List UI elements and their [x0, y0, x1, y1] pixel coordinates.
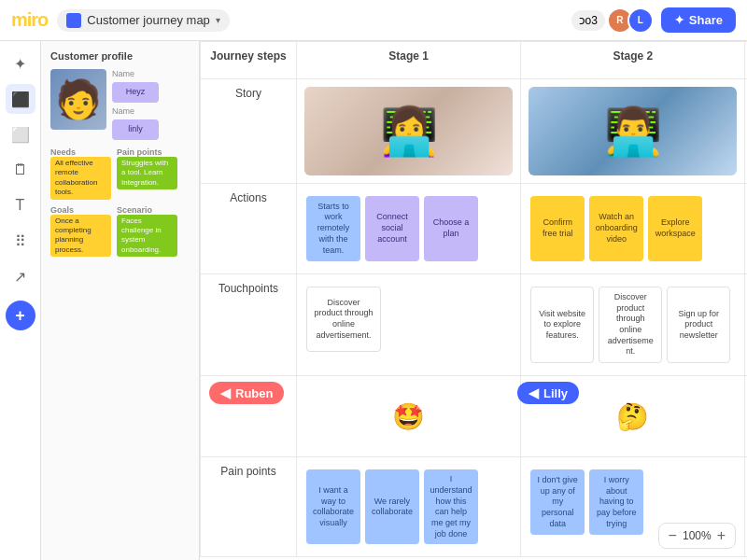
touchpoints-stage2-stickies: Visit website to explore features. Disco…: [529, 282, 737, 368]
touchpoint-note-1: Discover product through online advertis…: [306, 287, 381, 352]
pain-note-2: We rarely collaborate: [365, 469, 419, 544]
name-label-1: Name: [112, 69, 159, 78]
add-tool[interactable]: +: [6, 301, 35, 330]
pain-note-5: I worry about having to pay before tryin…: [589, 469, 643, 535]
zoom-controls: − 100% +: [658, 523, 736, 549]
header-stage2: Stage 2: [521, 42, 745, 79]
move-tool[interactable]: ✦: [6, 49, 35, 78]
customer-profile-row: 🧑 Name Heyz Name linly: [50, 69, 190, 140]
actions-stage1-stickies: Starts to work remotely with the team. C…: [304, 191, 513, 266]
needs-note: All effective remote collaboration tools…: [50, 157, 111, 200]
pain-points-section: Pain points Struggles with a tool. Learn…: [117, 147, 177, 200]
pain-note-4: I don't give up any of my personal data: [530, 469, 585, 535]
header-journey-steps: Journey steps: [201, 42, 297, 79]
cursor-lilly-name: Lilly: [543, 386, 568, 400]
arrow-tool[interactable]: ↗: [6, 261, 35, 291]
name-sticky-1: Heyz: [112, 82, 159, 103]
needs-pain-row: Needs All effective remote collaboration…: [50, 147, 190, 200]
needs-label: Needs: [50, 147, 111, 157]
panel-title: Customer profile: [50, 50, 190, 62]
journey-table: Journey steps Stage 1 Stage 2 St... Stor…: [200, 41, 747, 557]
miro-logo: miro: [11, 9, 48, 31]
touchpoints-label: Touchpoints: [201, 274, 297, 376]
select-tool[interactable]: ⬛: [6, 84, 35, 114]
pain-note-3: I understand how this can help me get my…: [424, 469, 478, 544]
touchpoint-note-3: Discover product through online advertis…: [599, 287, 662, 363]
name-label-2: Name: [112, 106, 159, 116]
share-label: Share: [689, 13, 723, 27]
touchpoints-stage1-stickies: Discover product through online advertis…: [304, 282, 513, 357]
actions-stage2-stickies: Confirm free trial Watch an onboarding v…: [529, 191, 737, 266]
cursor-lilly: ◀ Lilly: [517, 382, 579, 404]
cursor-arrow-left: ◀: [220, 385, 231, 400]
left-toolbar: ✦ ⬛ ⬜ 🗒 T ⠿ ↗ +: [0, 41, 41, 560]
text-tool[interactable]: T: [6, 190, 35, 220]
story-person-2: 👨‍💻: [529, 87, 737, 175]
scenario-label: Scenario: [117, 205, 177, 215]
story-stage1: 👩‍💻: [296, 79, 520, 184]
emotions-stage1: 🤩: [296, 376, 520, 457]
left-panel: Customer profile 🧑 Name Heyz Name linly …: [41, 41, 200, 560]
touchpoint-note-4: Sign up for product newsletter: [667, 287, 730, 363]
share-button[interactable]: ✦ Share: [661, 7, 736, 33]
scenario-section: Scenario Faces challenge in system onboa…: [117, 205, 177, 258]
story-img-inner-1: 👩‍💻: [304, 87, 513, 175]
header-stage1: Stage 1: [296, 42, 520, 79]
actions-row: Actions Starts to work remotely with the…: [201, 184, 748, 274]
cursor-arrow-lilly: ◀: [529, 385, 539, 400]
scenario-note: Faces challenge in system onboarding.: [117, 215, 177, 258]
story-person-1: 👩‍💻: [304, 87, 513, 175]
action-note-4: Confirm free trial: [530, 196, 585, 261]
goals-scenario-row: Goals Once a completing planning process…: [50, 205, 190, 258]
topbar: miro Customer journey map ▾ ɔo3 R L ✦ Sh…: [0, 0, 747, 41]
topbar-left: miro Customer journey map ▾: [11, 9, 230, 32]
shapes-tool[interactable]: ⠿: [6, 226, 35, 256]
pain-points-label: Pain points: [201, 457, 297, 557]
share-icon: ✦: [674, 13, 684, 27]
action-note-3: Choose a plan: [424, 196, 478, 261]
action-note-5: Watch an onboarding video: [589, 196, 643, 261]
story-image-2: 👨‍💻: [529, 87, 737, 175]
actions-label: Actions: [201, 184, 297, 274]
board-icon: [66, 13, 81, 28]
pain-points-label: Pain points: [117, 147, 177, 157]
actions-stage1: Starts to work remotely with the team. C…: [296, 184, 520, 274]
story-image-1: 👩‍💻: [304, 87, 513, 175]
story-img-inner-2: 👨‍💻: [529, 87, 737, 175]
avatar-stack: R L: [613, 7, 654, 34]
cursor-ruben: ◀ Ruben: [209, 382, 284, 404]
goals-section: Goals Once a completing planning process…: [50, 205, 111, 258]
timer-badge: ɔo3: [571, 10, 605, 31]
goals-label: Goals: [50, 205, 111, 215]
pain-stage1-stickies: I want a way to collaborate visually We …: [304, 465, 513, 549]
pain-stage1: I want a way to collaborate visually We …: [296, 457, 520, 557]
zoom-minus-button[interactable]: −: [669, 527, 677, 544]
name-sticky-2: linly: [112, 119, 159, 140]
board-name-pill[interactable]: Customer journey map ▾: [57, 9, 230, 32]
goals-note: Once a completing planning process.: [50, 215, 111, 258]
sticky-tool[interactable]: 🗒: [6, 155, 35, 185]
canvas[interactable]: ◀ Ruben ◀ Lilly Journey steps Stage 1 St…: [200, 41, 747, 560]
profile-sections: Needs All effective remote collaboration…: [50, 147, 190, 257]
customer-photo: 🧑: [50, 69, 106, 130]
action-note-2: Connect social account: [365, 196, 419, 261]
pain-note-1: I want a way to collaborate visually: [306, 469, 360, 544]
cursor-ruben-name: Ruben: [235, 386, 273, 400]
photo-inner: 🧑: [50, 69, 106, 130]
action-note-1: Starts to work remotely with the team.: [306, 196, 360, 261]
story-stage2: 👨‍💻: [521, 79, 745, 184]
person-silhouette: 🧑: [50, 69, 106, 130]
zoom-level: 100%: [683, 529, 712, 542]
zoom-plus-button[interactable]: +: [717, 527, 726, 544]
frame-tool[interactable]: ⬜: [6, 119, 35, 149]
avatar-user2: L: [627, 7, 654, 34]
touchpoints-row: Touchpoints Discover product through onl…: [201, 274, 748, 376]
touchpoint-note-2: Visit website to explore features.: [530, 287, 594, 363]
story-label: Story: [201, 79, 297, 184]
name-stickies: Name Heyz Name linly: [112, 69, 159, 140]
actions-stage2: Confirm free trial Watch an onboarding v…: [521, 184, 745, 274]
action-note-6: Explore workspace: [648, 196, 702, 261]
story-row: Story 👩‍💻 👨‍💻: [201, 79, 748, 184]
emotion-emoji-1: 🤩: [304, 384, 513, 449]
timer-value: ɔo3: [579, 14, 598, 27]
